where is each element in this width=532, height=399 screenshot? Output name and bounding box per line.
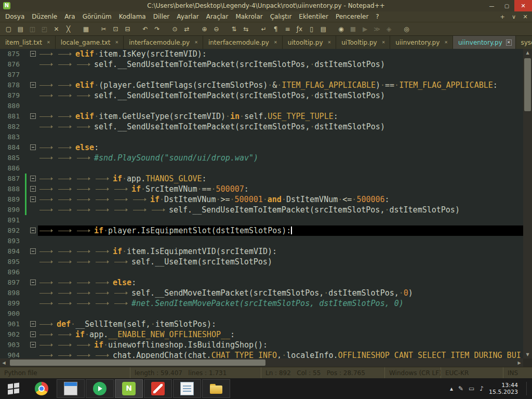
code-line[interactable]: 894if·item.IsEquipmentVID(srcItemVID): <box>0 246 523 257</box>
vertical-scrollbar[interactable]: ▲ ▼ <box>523 49 532 358</box>
line-number[interactable]: 884 <box>0 142 24 153</box>
code-line[interactable]: 891 <box>0 215 523 225</box>
line-number[interactable]: 876 <box>0 59 24 70</box>
fold-collapse-icon[interactable] <box>30 280 36 285</box>
line-number[interactable]: 882 <box>0 122 24 132</box>
copy-icon[interactable]: ⊡ <box>110 24 121 34</box>
tab-close-icon[interactable]: ✕ <box>327 39 332 46</box>
cut-icon[interactable]: ✂ <box>98 24 109 34</box>
line-number[interactable]: 894 <box>0 246 24 257</box>
code-line[interactable]: 885#snd.PlaySound("sound/ui/drop.wav") <box>0 153 523 163</box>
tab-close-icon[interactable]: ✕ <box>114 39 119 46</box>
code-line[interactable]: 887if·app.THANOS_GLOVE: <box>0 174 523 184</box>
fold-collapse-icon[interactable] <box>30 144 36 150</box>
fold-collapse-icon[interactable] <box>30 51 36 57</box>
line-number[interactable]: 895 <box>0 257 24 267</box>
fold-collapse-icon[interactable] <box>30 331 36 337</box>
line-number[interactable]: 891 <box>0 215 24 225</box>
line-number[interactable]: 892 <box>0 225 24 236</box>
code-line[interactable]: 877 <box>0 70 523 80</box>
show-all-characters-icon[interactable]: ¶ <box>270 24 281 34</box>
sync-vertical-scroll-icon[interactable]: ⇅ <box>229 24 240 34</box>
code-line[interactable]: 903if·uinewofflineshop.IsBuildingShop(): <box>0 340 523 350</box>
display-icon[interactable]: ▭ <box>469 385 474 392</box>
menu-item-9[interactable]: Çalıştır <box>267 12 296 21</box>
replace-icon[interactable]: ⇄ <box>181 24 192 34</box>
tab-locale_game.txt[interactable]: locale_game.txt✕ <box>56 36 124 49</box>
line-number[interactable]: 877 <box>0 70 24 80</box>
code-line[interactable]: 876self.__SendUseItemToItemPacket(srcIte… <box>0 59 523 70</box>
document-list-icon[interactable]: ▤ <box>318 24 329 34</box>
code-line[interactable]: 898self.__SendMoveItemPacket(srcItemSlot… <box>0 288 523 298</box>
save-file-icon[interactable]: ◫ <box>27 24 38 34</box>
menu-item-4[interactable]: Kodlama <box>115 12 150 21</box>
play-macro-icon[interactable]: ▶ <box>360 24 370 34</box>
close-file-icon[interactable]: ✕ <box>51 24 62 34</box>
code-line[interactable]: 899#net.SendItemMovePacket(srcItemSlotPo… <box>0 298 523 309</box>
tab-syserr.txt[interactable]: syserr.txt✕ <box>516 36 532 49</box>
code-line[interactable]: 886 <box>0 163 523 174</box>
document-map-icon[interactable]: ▯ <box>306 24 317 34</box>
tab-interfacemodule.py[interactable]: interfacemodule.py✕ <box>124 36 203 49</box>
line-number[interactable]: 875 <box>0 49 24 59</box>
line-number[interactable]: 901 <box>0 319 24 329</box>
code-line[interactable]: 890self.__SendUseItemToItemPacket(srcIte… <box>0 205 523 215</box>
menu-chevron-icon[interactable]: ∨ <box>509 14 519 20</box>
line-number[interactable]: 898 <box>0 288 24 298</box>
open-file-icon[interactable]: ▤ <box>15 24 26 34</box>
code-line[interactable]: 896 <box>0 267 523 277</box>
menu-item-6[interactable]: Ayarlar <box>173 12 202 21</box>
zoom-out-icon[interactable]: ⊖ <box>211 24 222 34</box>
menu-item-0[interactable]: Dosya <box>2 12 28 21</box>
fold-collapse-icon[interactable] <box>30 342 36 348</box>
fold-collapse-icon[interactable] <box>30 196 36 202</box>
tab-close-icon[interactable]: ✕ <box>273 39 278 46</box>
line-number[interactable]: 880 <box>0 101 24 111</box>
line-number[interactable]: 883 <box>0 132 24 142</box>
line-number[interactable]: 888 <box>0 184 24 194</box>
taskbar-chrome-browser-button[interactable] <box>28 379 56 398</box>
fold-collapse-icon[interactable] <box>30 82 36 88</box>
line-number[interactable]: 900 <box>0 309 24 319</box>
word-wrap-icon[interactable]: ↵ <box>258 24 269 34</box>
save-all-icon[interactable]: ◰ <box>39 24 50 34</box>
menu-item-5[interactable]: Diller <box>150 12 174 21</box>
code-line[interactable]: 883 <box>0 132 523 142</box>
taskbar-notepadpp-button[interactable] <box>115 379 143 398</box>
code-line[interactable]: 878elif·(player.GetItemFlags(srcItemSlot… <box>0 80 523 90</box>
taskbar-window-app-button[interactable] <box>57 379 85 398</box>
menu-item-7[interactable]: Araçlar <box>203 12 232 21</box>
code-line[interactable]: 892if·player.IsEquipmentSlot(dstItemSlot… <box>0 225 523 236</box>
code-line[interactable]: 904chat.AppendChat(chat.CHAT_TYPE_INFO,·… <box>0 350 523 358</box>
code-line[interactable]: 901def·__SellItem(self,·itemSlotPos): <box>0 319 523 329</box>
volume-icon[interactable]: ♪ <box>480 385 484 392</box>
line-number[interactable]: 878 <box>0 80 24 90</box>
line-number[interactable]: 879 <box>0 90 24 101</box>
new-tab-plus-icon[interactable]: + <box>497 14 508 20</box>
print-icon[interactable]: ▦ <box>81 24 91 34</box>
code-line[interactable]: 893 <box>0 236 523 246</box>
code-line[interactable]: 884else: <box>0 142 523 153</box>
tab-uiinventory.py[interactable]: uiinventory.py✕ <box>453 36 516 49</box>
line-number[interactable]: 886 <box>0 163 24 174</box>
sync-horizontal-scroll-icon[interactable]: ⇆ <box>241 24 251 34</box>
maximize-button[interactable]: ▢ <box>499 0 514 11</box>
document-monitor-icon[interactable]: ◎ <box>401 24 412 34</box>
stop-macro-icon[interactable]: ■ <box>348 24 358 34</box>
code-line[interactable]: 902if·app.__ENABLE_NEW_OFFLINESHOP__: <box>0 329 523 340</box>
tab-uitooltip.py[interactable]: uitooltip.py✕ <box>283 36 337 49</box>
code-line[interactable]: 880 <box>0 101 523 111</box>
close-button[interactable]: ✕ <box>514 0 532 11</box>
tab-item_list.txt[interactable]: item_list.txt✕ <box>0 36 56 49</box>
menu-close-icon[interactable]: ✕ <box>520 14 530 20</box>
show-desktop-button[interactable] <box>526 382 530 395</box>
taskbar-writer-app-button[interactable] <box>173 379 201 398</box>
horizontal-scrollbar[interactable]: ◀ ▶ <box>0 358 523 367</box>
record-macro-icon[interactable]: ◉ <box>336 24 347 34</box>
horizontal-scrollbar-track[interactable] <box>8 358 515 367</box>
line-number[interactable]: 899 <box>0 298 24 309</box>
start-button[interactable] <box>0 378 27 399</box>
fold-collapse-icon[interactable] <box>30 248 36 254</box>
menu-item-11[interactable]: Pencereler <box>332 12 372 21</box>
code-line[interactable]: 895self.__UseItem(srcItemSlotPos) <box>0 257 523 267</box>
